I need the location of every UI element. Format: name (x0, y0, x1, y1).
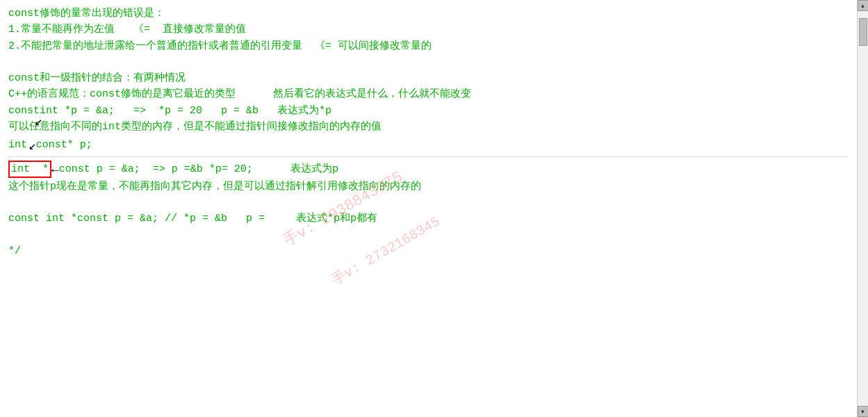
code-line-16: */ (8, 243, 849, 259)
code-line-5: const和一级指针的结合：有两种情况 (8, 70, 849, 86)
code-line-9: int↙const* p; (8, 135, 849, 154)
scrollbar-vertical[interactable]: ▲ ▼ (857, 0, 868, 417)
code-line-1: const修饰的量常出现的错误是： (8, 6, 849, 22)
code-line-12: 这个指针p现在是常量，不能再指向其它内存，但是可以通过指针解引用修改指向的内存的 (8, 179, 849, 195)
code-line-11: int *←const p = &a; => p =&b *p= 20; 表达式… (8, 159, 849, 179)
scrollbar-up-button[interactable]: ▲ (858, 0, 869, 11)
code-line-7: const​int *p = &a; => *p = 20 p = &b 表达式… (8, 103, 849, 119)
divider-1 (8, 156, 849, 157)
code-line-13 (8, 195, 849, 211)
scrollbar-track[interactable] (858, 11, 868, 406)
scrollbar-thumb[interactable] (859, 18, 867, 46)
code-editor[interactable]: 手v: 2938843375 手v: 2732168345 const修饰的量常… (0, 0, 857, 417)
editor-window: 手v: 2938843375 手v: 2732168345 const修饰的量常… (0, 0, 868, 417)
scrollbar-down-button[interactable]: ▼ (858, 406, 869, 417)
code-line-3: 2.不能把常量的地址泄露给一个普通的指针或者普通的引用变量 《= 可以间接修改常… (8, 38, 849, 54)
code-line-8: 可以任意指向不同的int类型的内存，但是不能通过指针间接修改指向的内存的值 (8, 119, 849, 135)
code-line-6: C++的语言规范：const修饰的是离它最近的类型 然后看它的表达式是什么，什么… (8, 86, 849, 102)
code-line-4 (8, 54, 849, 70)
code-line-14: const int *const p = &a; // *p = &b p = … (8, 211, 849, 227)
code-line-15 (8, 227, 849, 243)
code-line-2: 1.常量不能再作为左值 《= 直接修改常量的值 (8, 22, 849, 38)
